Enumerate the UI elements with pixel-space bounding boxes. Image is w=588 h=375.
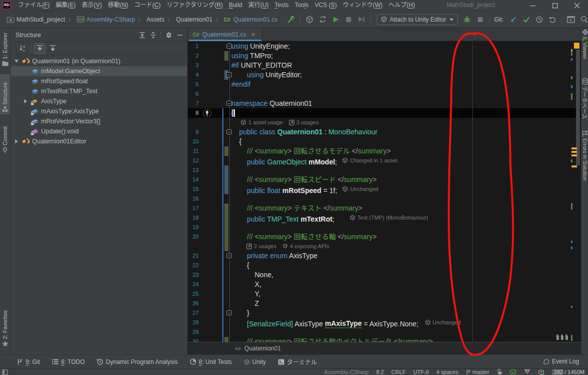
collapse-all-button[interactable]	[148, 30, 159, 41]
code-line-25[interactable]: 25Y,	[188, 289, 581, 299]
menu-item-12[interactable]: ヘルプ(H)	[386, 0, 418, 11]
sort-by-visibility-icon[interactable]	[34, 43, 46, 54]
tab-close-icon[interactable]: ×	[251, 32, 255, 37]
tool-stripe-errors-in-solution[interactable]: Errors in Solution	[581, 131, 588, 180]
rollback-button[interactable]	[546, 14, 559, 26]
menu-item-9[interactable]: Tools	[291, 0, 312, 11]
tree-item-maxistype[interactable]: mAxisType:AxisType	[11, 106, 187, 116]
hide-panel-button[interactable]	[174, 30, 185, 41]
toggle-tool-windows-icon[interactable]	[2, 369, 8, 375]
code-line-19[interactable]: 19	[188, 223, 581, 232]
inlay-hint[interactable]: Text (TMP) (MonoBehaviour)	[350, 213, 428, 223]
tool-window-button-dynamic-program-analysis[interactable]: Dynamic Program Analysis	[97, 358, 177, 365]
sort-alphabetically-icon[interactable]: az	[17, 43, 29, 54]
code-line-1[interactable]: 1using UnityEngine;	[188, 42, 581, 51]
code-line-8[interactable]: 8{	[188, 108, 581, 118]
menu-item-5[interactable]: リファクタリング(R)	[164, 0, 226, 11]
code-line-24[interactable]: 24X,	[188, 280, 581, 289]
status-git-branch[interactable]: master	[466, 369, 489, 375]
tree-item-mtextrot[interactable]: mTextRot:TMP_Text	[11, 86, 187, 96]
editor-scrollbar[interactable]	[566, 41, 581, 342]
code-line-18[interactable]: 18public TMP_Text mTextRot;Text (TMP) (M…	[188, 213, 581, 223]
code-line-23[interactable]: 23None,	[188, 270, 581, 280]
breadcrumb-item-quaternion01[interactable]: Quaternion01	[176, 16, 212, 23]
status-indent[interactable]: 4 spaces	[436, 369, 458, 375]
code-line-17[interactable]: 17/// <summary> テキスト </summary>	[188, 204, 581, 213]
coverage-button[interactable]	[474, 14, 487, 26]
gear-icon[interactable]	[163, 30, 174, 41]
tab-quaternion01[interactable]: C# Quaternion01.cs ×	[189, 28, 262, 41]
tool-stripe-structure[interactable]: Structure	[0, 74, 10, 114]
tool-stripe-1-explorer[interactable]: 1: Explorer	[0, 29, 10, 68]
code-line-10[interactable]: 10{	[188, 137, 581, 146]
intention-bulb-icon[interactable]	[203, 109, 211, 117]
code-vision-inlay[interactable]: 2 usages4 exposing APIs	[188, 242, 581, 251]
lock-open-icon[interactable]	[497, 369, 502, 375]
menu-item-7[interactable]: 実行(U)	[245, 0, 272, 11]
tree-item-update[interactable]: Update():void	[11, 126, 187, 136]
close-button[interactable]	[566, 0, 588, 11]
tree-item-mmodel[interactable]: mModel:GameObject	[11, 66, 187, 76]
attach-unity-play-button[interactable]	[303, 14, 316, 26]
menu-item-11[interactable]: ウィンドウ(W)	[340, 0, 385, 11]
refresh-button[interactable]	[316, 14, 329, 26]
menu-item-3[interactable]: 移動(N)	[105, 0, 131, 11]
code-vision-inlay[interactable]: 1 asset usage3 usages	[188, 118, 581, 127]
run-configuration-select[interactable]: Attach to Unity Editor	[377, 14, 458, 25]
minimize-button[interactable]	[522, 0, 544, 11]
code-editor[interactable]: 1using UnityEngine;2using TMPro;3#if UNI…	[188, 41, 581, 342]
fold-icon[interactable]	[226, 101, 232, 106]
code-line-4[interactable]: 4using UnityEditor;	[188, 70, 581, 80]
code-line-12[interactable]: 12public GameObject mModel;Changed in 1 …	[188, 156, 581, 165]
tree-item-quaternion01editor[interactable]: Quaternion01Editor	[11, 136, 187, 146]
fold-icon[interactable]	[226, 310, 232, 315]
breadcrumb-namespace[interactable]: Quaternion01	[244, 345, 281, 352]
tool-stripe-il-viewer[interactable]: IL Viewer	[581, 29, 588, 59]
code-line-7[interactable]: 7namespace Quaternion01	[188, 99, 581, 108]
fold-icon[interactable]	[226, 253, 232, 258]
code-line-30[interactable]: 30/// <summary> 回転させる軸のベクトルデータ </summary…	[188, 337, 581, 342]
fold-icon[interactable]	[226, 72, 232, 77]
tool-stripe--[interactable]: データベース	[581, 78, 588, 119]
tool-stripe-commit[interactable]: Commit	[0, 119, 10, 155]
code-line-3[interactable]: 3#if UNITY_EDITOR	[188, 61, 581, 70]
debug-button[interactable]	[461, 14, 474, 26]
run-anything-button[interactable]	[564, 14, 577, 26]
status-caret-position[interactable]: 8:2	[376, 369, 384, 375]
status-line-separator[interactable]: CRLF	[391, 369, 406, 375]
expand-all-button[interactable]	[137, 30, 148, 41]
inlay-hint[interactable]: Changed in 1 asset	[342, 156, 398, 165]
maximize-button[interactable]	[544, 0, 566, 11]
tool-window-button--[interactable]: ターミナル	[278, 357, 317, 366]
build-button[interactable]	[284, 14, 298, 26]
tool-window-button-event-log[interactable]: Event Log	[543, 358, 579, 365]
code-line-21[interactable]: 21private enum AxisType	[188, 251, 581, 261]
menu-item-0[interactable]: ファイル(F)	[15, 0, 53, 11]
code-line-20[interactable]: 20/// <summary> 回転させる軸 </summary>	[188, 232, 581, 242]
menu-item-6[interactable]: Build	[226, 0, 245, 11]
tool-window-button-todo[interactable]: 6: TODO	[52, 358, 85, 365]
menu-item-8[interactable]: Tests	[271, 0, 291, 11]
code-line-14[interactable]: 14/// <summary> 回転スピード </summary>	[188, 175, 581, 184]
history-button[interactable]	[533, 14, 546, 26]
menu-item-4[interactable]: コード(C)	[131, 0, 164, 11]
menu-item-2[interactable]: 表示(V)	[79, 0, 105, 11]
tree-item-quaternion01[interactable]: Quaternion01 (in Quaternion01)	[11, 56, 187, 66]
code-line-9[interactable]: 9public class Quaternion01 : MonoBehavio…	[188, 127, 581, 137]
menu-item-1[interactable]: 編集(E)	[53, 0, 79, 11]
tree-item-mrotvector[interactable]: mRotVector:Vector3[]	[11, 116, 187, 126]
code-line-15[interactable]: 15public float mRotSpeed = 1f;Unchanged	[188, 184, 581, 194]
unity-status-icon[interactable]	[538, 369, 544, 375]
group-members-icon[interactable]	[47, 43, 59, 54]
inlay-hint[interactable]: Unchanged	[425, 318, 461, 327]
tree-item-mrotspeed[interactable]: mRotSpeed:float	[11, 76, 187, 86]
code-line-26[interactable]: 26Z	[188, 299, 581, 308]
code-line-27[interactable]: 27}	[188, 308, 581, 318]
inspections-ok-icon[interactable]	[510, 369, 516, 375]
code-line-22[interactable]: 22{	[188, 261, 581, 270]
breadcrumb-item-mathstudi-project[interactable]: MathStudi_project	[7, 16, 65, 23]
code-line-11[interactable]: 11/// <summary> 回転させるモデル </summary>	[188, 146, 581, 156]
fold-icon[interactable]	[226, 44, 232, 49]
code-line-5[interactable]: 5#endif	[188, 80, 581, 89]
fold-icon[interactable]	[226, 129, 232, 134]
